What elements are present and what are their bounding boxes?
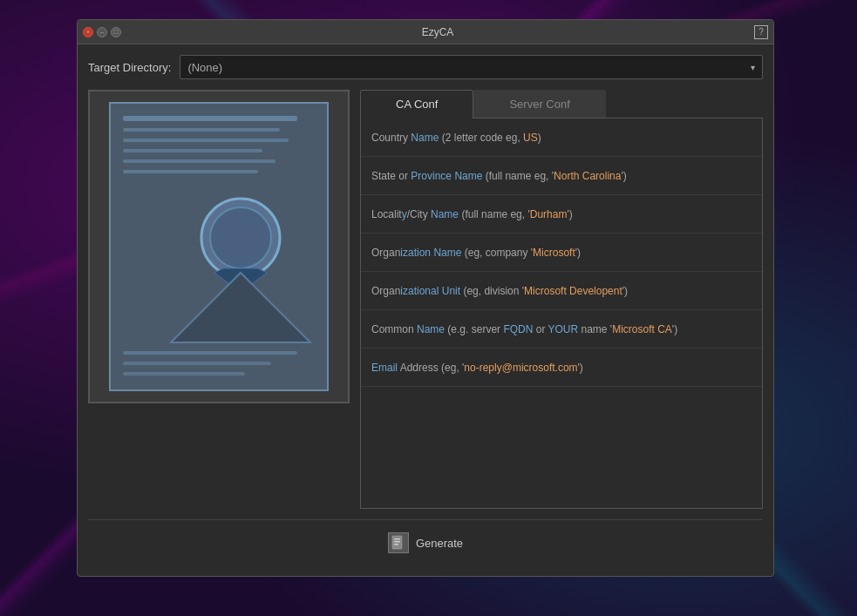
target-value: (None) (187, 61, 222, 74)
svg-rect-5 (123, 159, 275, 163)
field-country[interactable]: Country Name (2 letter code eg, US) (361, 118, 762, 157)
field-locality-label: Locality/City Name (full name eg, 'Durha… (371, 208, 573, 220)
svg-rect-13 (123, 372, 245, 376)
form-panel: Country Name (2 letter code eg, US) Stat… (360, 118, 763, 509)
svg-rect-16 (394, 541, 400, 543)
svg-rect-15 (394, 538, 400, 540)
field-ou[interactable]: Organizational Unit (eg, division 'Micro… (361, 272, 762, 310)
dropdown-arrow-icon: ▾ (751, 63, 755, 72)
target-dropdown[interactable]: (None) ▾ (180, 55, 763, 79)
right-panel: CA Conf Server Conf Country Name (2 lett… (360, 90, 763, 509)
svg-rect-4 (123, 149, 262, 152)
svg-rect-6 (123, 170, 258, 173)
bottom-bar: Generate (88, 519, 763, 565)
field-locality[interactable]: Locality/City Name (full name eg, 'Durha… (361, 195, 762, 234)
certificate-image (88, 90, 350, 403)
target-row: Target Directory: (None) ▾ (88, 55, 763, 79)
field-cn[interactable]: Common Name (e.g. server FQDN or YOUR na… (361, 310, 762, 349)
svg-rect-2 (123, 128, 280, 132)
tab-server-conf[interactable]: Server Conf (473, 90, 605, 118)
svg-rect-3 (123, 139, 289, 142)
tabs: CA Conf Server Conf (360, 90, 763, 118)
generate-button[interactable]: Generate (371, 527, 480, 558)
titlebar: × – □ EzyCA (78, 20, 773, 44)
svg-rect-1 (123, 116, 297, 121)
generate-icon (388, 532, 409, 553)
target-label: Target Directory: (88, 61, 171, 74)
field-country-label: Country Name (2 letter code eg, US) (371, 132, 541, 144)
window-body: Target Directory: (None) ▾ (78, 44, 773, 576)
main-content: CA Conf Server Conf Country Name (2 lett… (88, 90, 763, 509)
field-org[interactable]: Organization Name (eg, company 'Microsof… (361, 234, 762, 272)
field-org-label: Organization Name (eg, company 'Microsof… (371, 247, 581, 259)
generate-label: Generate (416, 537, 463, 550)
field-ou-label: Organizational Unit (eg, division 'Micro… (371, 285, 628, 297)
help-button[interactable] (754, 25, 768, 39)
field-cn-label: Common Name (e.g. server FQDN or YOUR na… (371, 323, 677, 335)
svg-rect-17 (394, 544, 398, 545)
tab-ca-conf[interactable]: CA Conf (360, 90, 473, 118)
svg-rect-12 (123, 362, 271, 365)
minimize-button[interactable]: – (97, 27, 107, 37)
field-state[interactable]: State or Province Name (full name eg, 'N… (361, 157, 762, 195)
window-title: EzyCA (121, 26, 754, 38)
svg-point-8 (210, 207, 271, 268)
close-button[interactable]: × (83, 27, 93, 37)
svg-rect-11 (123, 351, 297, 355)
field-email[interactable]: Email Address (eg, 'no-reply@microsoft.c… (361, 349, 762, 387)
titlebar-buttons: × – □ (83, 27, 121, 37)
maximize-button[interactable]: □ (111, 27, 121, 37)
field-state-label: State or Province Name (full name eg, 'N… (371, 170, 627, 182)
main-window: × – □ EzyCA Target Directory: (None) ▾ (77, 19, 774, 577)
field-email-label: Email Address (eg, 'no-reply@microsoft.c… (371, 362, 583, 374)
